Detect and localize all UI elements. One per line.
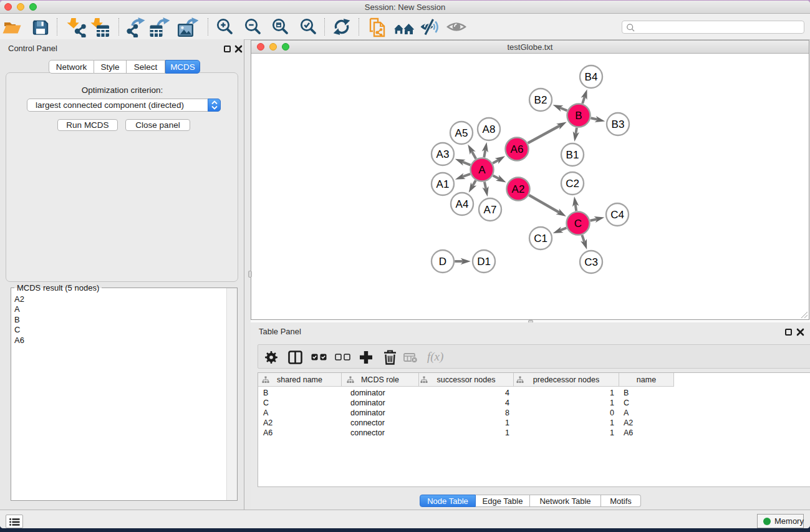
svg-text:A6: A6 xyxy=(511,143,524,155)
svg-text:A7: A7 xyxy=(484,204,497,216)
svg-text:B4: B4 xyxy=(585,71,598,83)
svg-text:C: C xyxy=(574,218,582,230)
svg-text:C2: C2 xyxy=(566,178,579,190)
svg-text:A8: A8 xyxy=(483,123,496,135)
svg-text:D: D xyxy=(439,256,446,268)
svg-text:D1: D1 xyxy=(477,256,491,268)
svg-text:C4: C4 xyxy=(610,209,624,221)
svg-text:C3: C3 xyxy=(584,256,598,268)
svg-text:B3: B3 xyxy=(612,118,625,130)
svg-text:A: A xyxy=(478,164,486,176)
svg-text:B1: B1 xyxy=(566,149,579,161)
svg-text:B2: B2 xyxy=(534,94,547,106)
svg-text:A5: A5 xyxy=(455,127,468,139)
svg-text:A4: A4 xyxy=(456,198,469,210)
svg-text:C1: C1 xyxy=(534,233,547,244)
svg-text:A1: A1 xyxy=(436,178,450,190)
svg-text:B: B xyxy=(575,110,582,122)
svg-text:A2: A2 xyxy=(512,183,525,195)
svg-text:A3: A3 xyxy=(436,148,450,160)
